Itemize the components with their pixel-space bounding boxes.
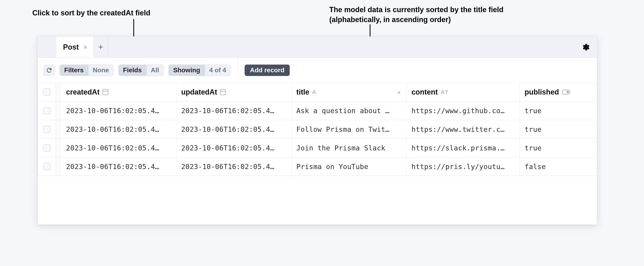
select-all-checkbox[interactable] (43, 88, 50, 96)
filters-label: Filters (60, 65, 88, 76)
filters-pill[interactable]: Filters None (60, 65, 114, 76)
data-grid: createdAt updatedAt title A ▲ content A?… (38, 83, 597, 224)
close-icon[interactable]: × (83, 44, 88, 51)
header-row: createdAt updatedAt title A ▲ content A?… (38, 83, 597, 101)
add-tab-button[interactable]: + (94, 36, 108, 58)
drag-gutter (56, 157, 61, 176)
nullable-string-type-icon: A? (440, 89, 448, 95)
column-header-createdat[interactable]: createdAt (61, 83, 176, 101)
column-label: title (296, 88, 309, 96)
table-row[interactable]: 2023-10-06T16:02:05.4… 2023-10-06T16:02:… (38, 157, 597, 176)
cell-content[interactable]: https://www.twitter.c… (407, 120, 520, 139)
showing-value: 4 of 4 (205, 65, 231, 76)
fields-value: All (146, 65, 164, 76)
cell-updatedat[interactable]: 2023-10-06T16:02:05.4… (176, 139, 292, 157)
showing-label: Showing (169, 65, 205, 76)
row-select-cell (38, 101, 56, 120)
cell-title[interactable]: Follow Prisma on Twit… (292, 120, 407, 139)
cell-title[interactable]: Prisma on YouTube (292, 157, 407, 176)
drag-gutter (56, 83, 61, 101)
cell-published[interactable]: true (520, 120, 592, 139)
table-row[interactable]: 2023-10-06T16:02:05.4… 2023-10-06T16:02:… (38, 120, 597, 139)
column-label: updatedAt (181, 88, 217, 96)
row-select-checkbox[interactable] (43, 126, 50, 133)
datetime-icon (102, 89, 108, 95)
sort-asc-icon: ▲ (396, 89, 402, 95)
drag-gutter (56, 120, 61, 139)
datetime-icon (220, 89, 226, 95)
add-record-button[interactable]: Add record (245, 65, 290, 76)
column-label: createdAt (66, 88, 100, 96)
string-type-icon: A (312, 89, 316, 95)
tab-label: Post (63, 43, 79, 51)
row-select-checkbox[interactable] (43, 163, 50, 170)
cell-title[interactable]: Join the Prisma Slack (292, 139, 407, 157)
drag-gutter (56, 139, 61, 157)
column-label: content (412, 88, 438, 96)
cell-createdat[interactable]: 2023-10-06T16:02:05.4… (61, 139, 176, 157)
column-header-updatedat[interactable]: updatedAt (176, 83, 292, 101)
tab-bar: Post × + (38, 37, 597, 58)
filters-value: None (88, 65, 113, 76)
cell-createdat[interactable]: 2023-10-06T16:02:05.4… (61, 157, 176, 176)
row-select-checkbox[interactable] (43, 107, 50, 114)
row-select-checkbox[interactable] (43, 144, 50, 152)
cell-content[interactable]: https://pris.ly/youtu… (407, 157, 520, 176)
cell-createdat[interactable]: 2023-10-06T16:02:05.4… (61, 101, 176, 120)
drag-gutter (56, 101, 61, 120)
cell-createdat[interactable]: 2023-10-06T16:02:05.4… (61, 120, 176, 139)
refresh-icon (46, 67, 52, 73)
cell-updatedat[interactable]: 2023-10-06T16:02:05.4… (176, 101, 292, 120)
annotation-left: Click to sort by the createdAt field (32, 8, 150, 18)
row-select-cell (38, 139, 56, 157)
cell-content[interactable]: https://www.github.co… (407, 101, 520, 120)
column-header-title[interactable]: title A ▲ (292, 83, 407, 101)
fields-label: Fields (118, 65, 146, 76)
row-select-cell (38, 120, 56, 139)
showing-pill[interactable]: Showing 4 of 4 (168, 65, 231, 76)
cell-title[interactable]: Ask a question about … (292, 101, 407, 120)
refresh-button[interactable] (44, 65, 55, 76)
plus-icon: + (98, 43, 103, 52)
row-select-cell (38, 157, 56, 176)
toolbar-separator (238, 58, 238, 83)
cell-updatedat[interactable]: 2023-10-06T16:02:05.4… (176, 120, 292, 139)
tab-post[interactable]: Post × (56, 36, 94, 58)
data-studio-window: Post × + Filters None Fields All Showing (38, 36, 597, 225)
settings-button[interactable] (581, 43, 590, 52)
select-all-cell (38, 83, 56, 101)
column-header-content[interactable]: content A? (407, 83, 520, 101)
cell-published[interactable]: true (520, 101, 592, 120)
column-header-published[interactable]: published (520, 83, 592, 101)
toolbar: Filters None Fields All Showing 4 of 4 A… (38, 58, 597, 83)
annotation-right: The model data is currently sorted by th… (329, 5, 552, 25)
table-row[interactable]: 2023-10-06T16:02:05.4… 2023-10-06T16:02:… (38, 101, 597, 120)
cell-published[interactable]: false (520, 157, 592, 176)
column-label: published (524, 88, 559, 96)
cell-published[interactable]: true (520, 139, 592, 157)
cell-content[interactable]: https://slack.prisma.… (407, 139, 520, 157)
fields-pill[interactable]: Fields All (118, 65, 164, 76)
gear-icon (581, 43, 590, 52)
table-row[interactable]: 2023-10-06T16:02:05.4… 2023-10-06T16:02:… (38, 139, 597, 157)
boolean-type-icon (562, 90, 570, 94)
cell-updatedat[interactable]: 2023-10-06T16:02:05.4… (176, 157, 292, 176)
